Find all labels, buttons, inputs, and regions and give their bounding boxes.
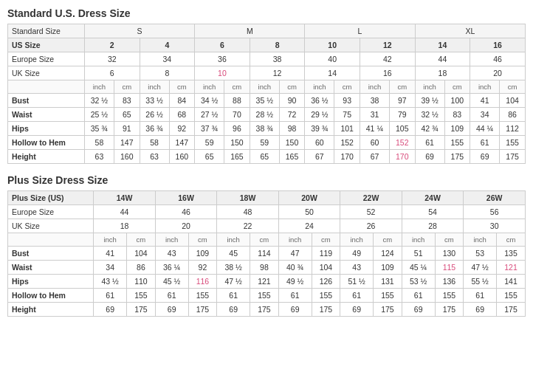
plus-unit-header-row: inchcm inchcm inchcm inchcm inchcm inchc…: [8, 233, 526, 247]
plus-table: Plus Size (US) 14W 16W 18W 20W 22W 24W 2…: [7, 190, 526, 317]
plus-title: Plus Size Dress Size: [7, 174, 526, 186]
hollow-hem-row: Hollow to Hem 58147 58147 59150 59150 60…: [8, 136, 526, 150]
europe-size-row: Europe Size 32 34 36 38 40 42 44 46: [8, 52, 526, 66]
height-row: Height 63160 63160 65165 65165 67170 671…: [8, 150, 526, 164]
unit-header-row: inchcm inchcm inchcm inchcm inchcm inchc…: [8, 80, 526, 94]
plus-size-header-row: Plus Size (US) 14W 16W 18W 20W 22W 24W 2…: [8, 191, 526, 205]
plus-height-row: Height 69175 69175 69175 69175 69175 691…: [8, 303, 526, 317]
plus-hips-row: Hips 43 ½110 45 ½116 47 ½121 49 ½126 51 …: [8, 275, 526, 289]
plus-europe-row: Europe Size 44 46 48 50 52 54 56: [8, 205, 526, 219]
bust-row: Bust 32 ½83 33 ½84 34 ½88 35 ½90 36 ½93 …: [8, 94, 526, 108]
uk-size-row: UK Size 6 8 10 12 14 16 18 20: [8, 66, 526, 80]
plus-uk-row: UK Size 18 20 22 24 26 28 30: [8, 219, 526, 233]
hips-row: Hips 35 ¾91 36 ¾92 37 ¾96 38 ¾98 39 ¾101…: [8, 122, 526, 136]
plus-bust-row: Bust 41104 43109 45114 47119 49124 51130…: [8, 247, 526, 261]
plus-hollow-hem-row: Hollow to Hem 61155 61155 61155 61155 61…: [8, 289, 526, 303]
standard-table: Standard Size S M L XL US Size 2 4 6 8 1…: [7, 24, 526, 164]
plus-waist-row: Waist 3486 36 ¼92 38 ½98 40 ¾104 43109 4…: [8, 261, 526, 275]
us-size-row: US Size 2 4 6 8 10 12 14 16: [8, 38, 526, 52]
waist-row: Waist 25 ½65 26 ½68 27 ½70 28 ½72 29 ½75…: [8, 108, 526, 122]
size-group-row: Standard Size S M L XL: [8, 24, 526, 38]
standard-title: Standard U.S. Dress Size: [7, 7, 526, 19]
